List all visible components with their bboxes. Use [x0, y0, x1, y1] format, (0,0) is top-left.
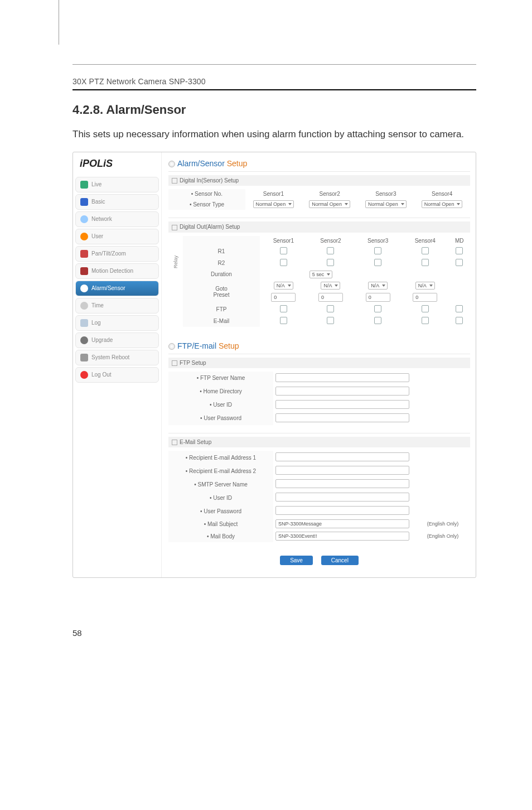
email-password-input[interactable] [275, 506, 409, 515]
nav-label: User [91, 233, 103, 239]
ftp-userid-input[interactable] [275, 400, 409, 409]
table-row: • User ID [168, 491, 470, 504]
goto-select[interactable]: N/A [321, 282, 340, 290]
nav-reboot[interactable]: System Reboot [75, 350, 159, 365]
page-number: 58 [72, 628, 476, 638]
checkbox[interactable] [327, 259, 334, 266]
sensor-type-select[interactable]: Normal Open [365, 200, 407, 208]
panel-title: FTP Setup [180, 360, 206, 366]
sensor-type-select[interactable]: Normal Open [309, 200, 350, 208]
checkbox[interactable] [422, 259, 429, 266]
nav-time[interactable]: Time [75, 298, 159, 314]
row-label: • Home Directory [168, 385, 273, 398]
preset-input[interactable]: 0 [366, 293, 390, 302]
checkbox[interactable] [280, 305, 287, 312]
preset-input[interactable]: 0 [318, 293, 343, 302]
bullet-icon [168, 161, 175, 167]
goto-select[interactable]: N/A [415, 282, 435, 290]
row-label: • Recipient E-mail Address 2 [168, 464, 273, 478]
smtp-server-input[interactable] [275, 479, 409, 488]
col-header: Sensor2 [307, 236, 355, 245]
table-row: • Recipient E-mail Address 2 [168, 464, 470, 478]
nav-logout[interactable]: Log Out [75, 367, 159, 383]
checkbox[interactable] [327, 247, 334, 254]
panel-title: Digital In(Sensor) Setup [180, 177, 239, 184]
ftp-home-input[interactable] [275, 387, 409, 396]
square-icon [172, 440, 177, 445]
row-label: • User ID [168, 398, 273, 412]
row-label: FTP [183, 303, 260, 315]
checkbox[interactable] [422, 305, 429, 312]
recipient2-input[interactable] [275, 466, 409, 475]
nav-basic[interactable]: Basic [75, 194, 159, 210]
square-icon [172, 178, 177, 184]
note-english-only: (English Only) [415, 518, 470, 530]
goto-select[interactable]: N/A [368, 282, 388, 290]
checkbox[interactable] [422, 317, 429, 324]
checkbox[interactable] [280, 247, 287, 254]
clock-icon [80, 302, 88, 310]
checkbox[interactable] [374, 305, 381, 312]
table-row: Sensor1 Sensor2 Sensor3 Sensor4 MD [168, 236, 470, 245]
save-button[interactable]: Save [280, 556, 313, 565]
cancel-button[interactable]: Cancel [321, 556, 359, 565]
checkbox[interactable] [456, 247, 463, 254]
nav-ptz[interactable]: Pan/Tilt/Zoom [75, 246, 159, 262]
checkbox[interactable] [327, 305, 334, 312]
nav-alarm-sensor[interactable]: Alarm/Sensor [75, 281, 159, 296]
ftp-server-input[interactable] [275, 373, 409, 382]
nav-upgrade[interactable]: Upgrade [75, 332, 159, 348]
ptz-icon [80, 250, 88, 258]
panel-title: Digital Out(Alarm) Setup [180, 224, 240, 230]
col-header: Sensor4 [414, 189, 470, 199]
nav-log[interactable]: Log [75, 315, 159, 331]
table-row: FTP [168, 303, 470, 315]
checkbox[interactable] [374, 317, 381, 324]
square-icon [172, 225, 177, 230]
nav-live[interactable]: Live [75, 177, 159, 192]
table-row: • Sensor No. Sensor1 Sensor2 Sensor3 Sen… [168, 189, 470, 199]
panel-digital-out: Digital Out(Alarm) Setup Sensor1 Sensor2… [168, 218, 470, 332]
nav-label: Log Out [91, 372, 112, 378]
preset-input[interactable]: 0 [271, 293, 296, 302]
mail-subject-input[interactable]: SNP-3300Message [275, 519, 409, 528]
col-header: Sensor4 [402, 236, 449, 245]
nav-user[interactable]: User [75, 229, 159, 244]
mail-body-input[interactable]: SNP-3300Event!! [275, 532, 409, 541]
checkbox[interactable] [456, 317, 463, 324]
sensor-type-select[interactable]: Normal Open [253, 200, 294, 208]
nav-label: Basic [91, 199, 105, 205]
checkbox[interactable] [327, 317, 334, 324]
ftp-password-input[interactable] [275, 413, 409, 422]
table-row: • User Password [168, 412, 470, 425]
checkbox[interactable] [280, 317, 287, 324]
nav-label: Upgrade [91, 337, 113, 343]
checkbox[interactable] [422, 247, 429, 254]
checkbox[interactable] [374, 259, 381, 266]
checkbox[interactable] [456, 305, 463, 312]
nav-motion[interactable]: Motion Detection [75, 263, 159, 279]
duration-select[interactable]: 5 sec [309, 271, 333, 278]
page-margin-rule [59, 0, 59, 45]
panel-header: FTP Setup [168, 358, 470, 368]
monitor-icon [80, 198, 88, 206]
nav-label: System Reboot [91, 354, 129, 360]
table-row: Duration 5 sec [168, 269, 470, 280]
nav-network[interactable]: Network [75, 211, 159, 227]
nav-label: Alarm/Sensor [91, 285, 125, 291]
recipient1-input[interactable] [275, 452, 409, 461]
preset-input[interactable]: 0 [413, 293, 437, 302]
email-userid-input[interactable] [275, 493, 409, 502]
table-row: • SMTP Server Name [168, 478, 470, 491]
nav-label: Log [91, 320, 101, 326]
row-label: • SMTP Server Name [168, 478, 273, 491]
nav-label: Network [91, 216, 112, 222]
table-row: • Mail BodySNP-3300Event!!(English Only) [168, 530, 470, 542]
sensor-type-select[interactable]: Normal Open [422, 200, 463, 208]
goto-select[interactable]: N/A [274, 282, 293, 290]
checkbox[interactable] [456, 259, 463, 266]
checkbox[interactable] [374, 247, 381, 254]
table-row: E-Mail [168, 315, 470, 327]
checkbox[interactable] [280, 259, 287, 266]
monitor-icon [80, 181, 88, 189]
